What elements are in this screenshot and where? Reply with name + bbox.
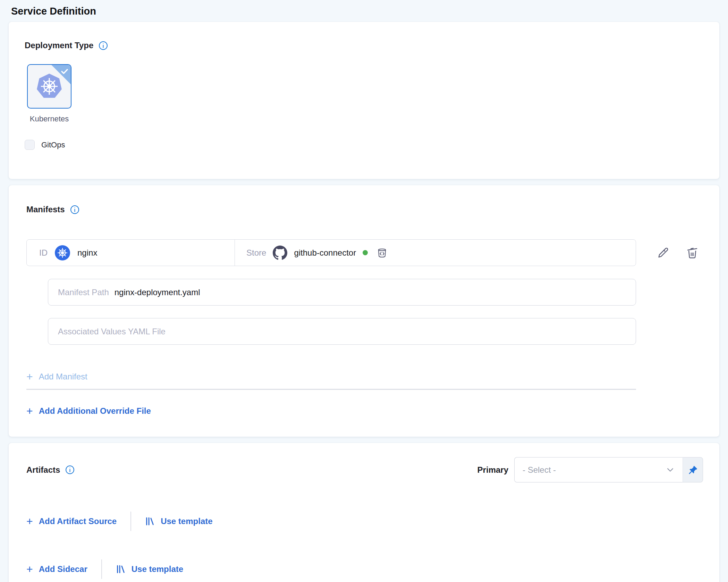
primary-artifact-select[interactable]: - Select - — [514, 457, 683, 482]
manifest-row: ID nginx — [26, 239, 702, 266]
add-override-file-button[interactable]: + Add Additional Override File — [26, 406, 151, 416]
plus-icon: + — [26, 565, 33, 574]
check-icon — [60, 67, 69, 76]
primary-label: Primary — [477, 465, 508, 475]
code-store-icon — [376, 247, 388, 259]
gitops-row: GitOps — [25, 140, 703, 150]
artifacts-card: Artifacts Primary - Select - — [9, 443, 719, 582]
kubernetes-icon — [55, 245, 70, 260]
values-yaml-input[interactable] — [58, 318, 636, 344]
github-icon — [273, 246, 287, 260]
vertical-divider — [101, 559, 102, 579]
artifact-actions-row: + Add Artifact Source Use template — [26, 512, 703, 531]
manifest-path-value: nginx-deployment.yaml — [115, 288, 200, 297]
plus-icon: + — [26, 372, 33, 381]
delete-trash-icon[interactable] — [685, 246, 699, 260]
add-manifest-button[interactable]: + Add Manifest — [26, 372, 87, 382]
manifest-id-segment: ID nginx — [27, 240, 235, 266]
manifest-summary-chip[interactable]: ID nginx — [26, 239, 636, 266]
primary-select-combo: - Select - — [514, 457, 703, 482]
edit-pencil-icon[interactable] — [656, 246, 670, 260]
info-icon[interactable] — [70, 205, 79, 214]
sidecar-actions-row: + Add Sidecar Use template — [26, 559, 703, 579]
gitops-checkbox[interactable] — [25, 140, 35, 150]
deployment-type-title: Deployment Type — [25, 41, 93, 50]
plus-icon: + — [26, 406, 33, 416]
add-manifest-label: Add Manifest — [39, 372, 87, 382]
deployment-type-card: Deployment Type — [9, 22, 719, 179]
plus-icon: + — [26, 517, 33, 526]
template-library-icon — [145, 516, 155, 526]
manifests-divider — [26, 389, 636, 390]
manifests-heading: Manifests — [26, 205, 702, 214]
manifests-card: Manifests ID — [9, 185, 719, 437]
vertical-divider — [130, 512, 131, 531]
manifest-id-value: nginx — [77, 248, 97, 258]
add-sidecar-label: Add Sidecar — [39, 564, 87, 574]
use-template-label: Use template — [161, 516, 212, 526]
info-icon[interactable] — [99, 41, 108, 50]
artifacts-title: Artifacts — [26, 465, 60, 475]
add-sidecar-button[interactable]: + Add Sidecar — [26, 564, 87, 574]
primary-artifact-group: Primary - Select - — [477, 457, 703, 482]
manifest-store-value: github-connector — [294, 248, 356, 258]
values-yaml-field — [48, 318, 636, 345]
manifest-store-label: Store — [246, 248, 266, 258]
manifest-row-actions — [656, 246, 699, 260]
page-title: Service Definition — [0, 0, 728, 22]
manifest-path-label: Manifest Path — [58, 288, 109, 297]
connector-status-dot — [363, 250, 368, 255]
select-placeholder: - Select - — [523, 465, 556, 475]
chevron-down-icon — [666, 465, 675, 474]
manifest-id-label: ID — [39, 248, 48, 258]
manifests-title: Manifests — [26, 205, 65, 214]
use-template-artifact-button[interactable]: Use template — [145, 516, 212, 526]
manifest-path-field[interactable]: Manifest Path nginx-deployment.yaml — [48, 279, 636, 306]
add-artifact-source-label: Add Artifact Source — [39, 516, 117, 526]
info-icon[interactable] — [65, 465, 75, 474]
manifest-store-segment: Store github-connector — [235, 240, 636, 266]
deployment-type-tile-kubernetes[interactable] — [27, 64, 71, 109]
use-template-sidecar-label: Use template — [132, 564, 183, 574]
gitops-label: GitOps — [41, 140, 65, 149]
pushpin-icon — [688, 465, 698, 475]
add-artifact-source-button[interactable]: + Add Artifact Source — [26, 516, 117, 526]
deployment-type-heading: Deployment Type — [25, 41, 703, 50]
deployment-type-tile-label: Kubernetes — [25, 114, 74, 123]
artifacts-header: Artifacts Primary - Select - — [26, 457, 703, 482]
pin-primary-button[interactable] — [683, 457, 703, 482]
use-template-sidecar-button[interactable]: Use template — [116, 564, 183, 574]
add-override-label: Add Additional Override File — [39, 406, 151, 416]
template-library-icon — [116, 564, 126, 574]
artifacts-heading: Artifacts — [26, 465, 75, 475]
